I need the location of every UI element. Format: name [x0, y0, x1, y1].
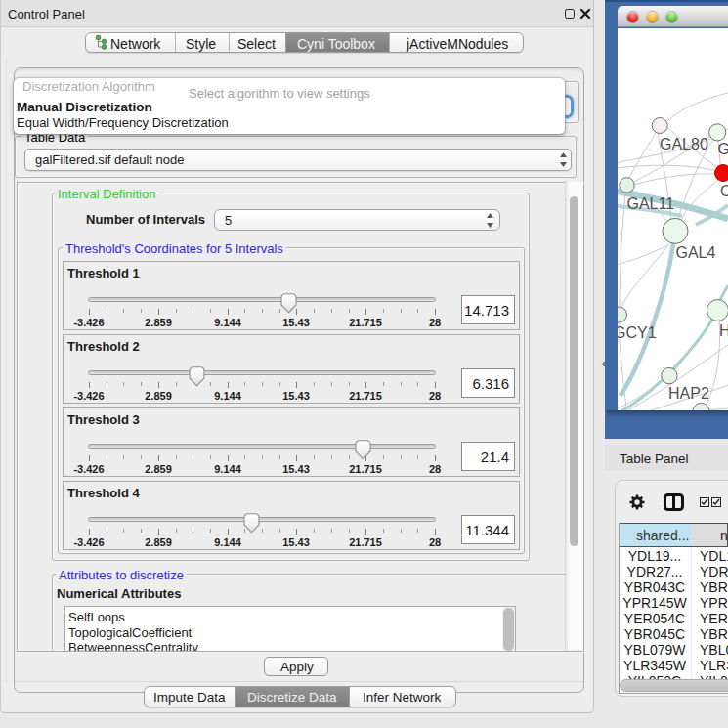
svg-text:GAL11: GAL11 — [627, 195, 675, 212]
svg-text:HAP2: HAP2 — [668, 385, 709, 402]
svg-text:C: C — [720, 183, 728, 199]
svg-text:GA: GA — [718, 141, 728, 157]
svg-text:GCY1: GCY1 — [618, 324, 657, 341]
svg-text:GAL4: GAL4 — [676, 244, 716, 261]
svg-text:GAL80: GAL80 — [660, 136, 708, 152]
svg-text:H: H — [719, 322, 728, 339]
